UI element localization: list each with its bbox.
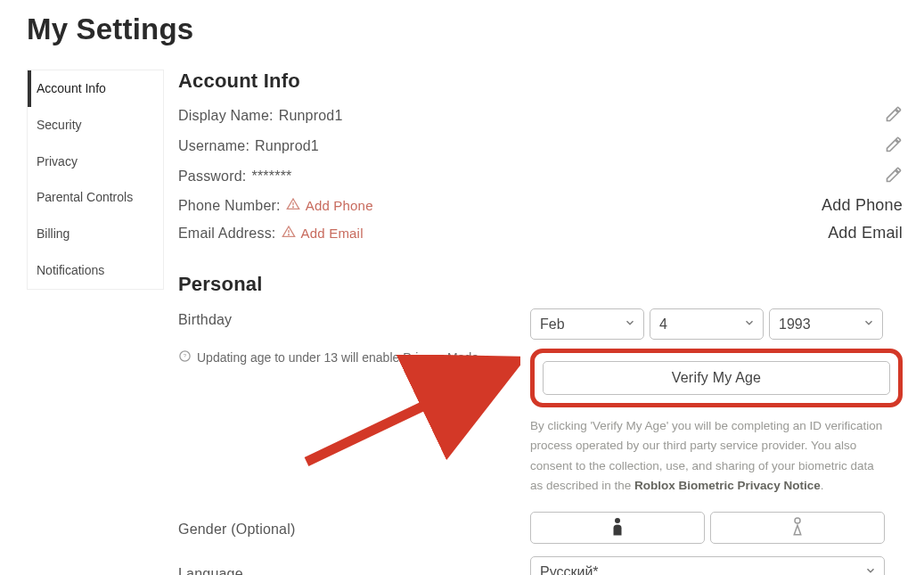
gender-row: Gender (Optional)	[178, 512, 903, 544]
password-label: Password:	[178, 168, 247, 185]
birthday-day-select[interactable]: 4	[650, 308, 764, 340]
username-row: Username: Runprod1	[178, 136, 903, 157]
personal-heading: Personal	[178, 273, 903, 296]
birthday-selects: Feb 4 1993	[530, 308, 903, 340]
birthday-year-select[interactable]: 1993	[769, 308, 883, 340]
birthday-row: Birthday ? Updating age to under 13 will…	[178, 308, 903, 496]
username-value: Runprod1	[255, 138, 319, 154]
display-name-label: Display Name:	[178, 108, 274, 124]
password-value: *******	[252, 168, 292, 185]
sidebar-item-parental-controls[interactable]: Parental Controls	[28, 179, 163, 216]
sidebar-item-privacy[interactable]: Privacy	[28, 144, 163, 180]
sidebar-item-security[interactable]: Security	[28, 107, 163, 144]
sidebar-item-account-info[interactable]: Account Info	[28, 70, 163, 107]
svg-point-3	[288, 234, 289, 235]
female-icon	[789, 516, 805, 539]
edit-password-icon[interactable]	[885, 166, 903, 187]
gender-female-button[interactable]	[710, 512, 885, 544]
birthday-day-value: 4	[659, 316, 667, 333]
male-icon	[609, 516, 626, 539]
gender-male-button[interactable]	[530, 512, 705, 544]
add-phone-link-text: Add Phone	[306, 198, 373, 213]
birthday-right-column: Feb 4 1993	[530, 308, 903, 496]
verify-age-highlight: Verify My Age	[530, 349, 903, 407]
main-content: Account Info Display Name: Runprod1 User…	[164, 70, 924, 575]
add-email-link-text: Add Email	[301, 226, 364, 241]
svg-point-7	[795, 518, 800, 523]
add-phone-link[interactable]: Add Phone	[286, 197, 373, 214]
verify-my-age-button[interactable]: Verify My Age	[543, 361, 890, 395]
email-row: Email Address: Add Email Add Email	[178, 224, 903, 242]
account-info-heading: Account Info	[178, 70, 903, 93]
chevron-down-icon	[863, 316, 875, 333]
display-name-value: Runprod1	[279, 108, 343, 124]
gender-label: Gender (Optional)	[178, 518, 530, 538]
gender-buttons	[530, 512, 885, 544]
svg-point-1	[292, 207, 293, 208]
language-row: Language Русский*	[178, 556, 903, 575]
add-email-link[interactable]: Add Email	[282, 225, 364, 242]
settings-sidebar: Account Info Security Privacy Parental C…	[27, 70, 164, 290]
username-label: Username:	[178, 138, 249, 154]
chevron-down-icon	[624, 316, 636, 333]
password-row: Password: *******	[178, 166, 903, 187]
svg-point-6	[615, 518, 620, 523]
page-title: My Settings	[27, 12, 924, 46]
warning-icon	[286, 197, 300, 214]
phone-label: Phone Number:	[178, 198, 281, 214]
language-value: Русский*	[540, 564, 599, 575]
svg-text:?: ?	[184, 352, 187, 358]
disclaimer-part2: .	[821, 479, 824, 492]
edit-display-name-icon[interactable]	[885, 105, 903, 127]
birthday-label: Birthday	[178, 308, 530, 328]
birthday-year-value: 1993	[779, 316, 811, 333]
age-notice-text: Updating age to under 13 will enable Pri…	[197, 350, 482, 365]
chevron-down-icon	[864, 564, 877, 575]
add-email-button[interactable]: Add Email	[828, 224, 903, 242]
sidebar-item-billing[interactable]: Billing	[28, 216, 163, 252]
sidebar-item-notifications[interactable]: Notifications	[28, 252, 163, 289]
verify-disclaimer: By clicking 'Verify My Age' you will be …	[530, 416, 885, 496]
display-name-row: Display Name: Runprod1	[178, 105, 903, 127]
warning-icon	[282, 225, 296, 242]
language-select[interactable]: Русский*	[530, 556, 885, 575]
edit-username-icon[interactable]	[885, 136, 903, 157]
age-notice: ? Updating age to under 13 will enable P…	[178, 349, 530, 366]
chevron-down-icon	[743, 316, 756, 333]
email-label: Email Address:	[178, 226, 276, 242]
settings-layout: Account Info Security Privacy Parental C…	[0, 70, 924, 575]
birthday-month-select[interactable]: Feb	[530, 308, 644, 340]
phone-row: Phone Number: Add Phone Add Phone	[178, 196, 903, 215]
birthday-month-value: Feb	[540, 316, 565, 333]
info-icon: ?	[178, 349, 192, 366]
language-label: Language	[178, 563, 530, 575]
biometric-privacy-notice-link[interactable]: Roblox Biometric Privacy Notice	[634, 479, 821, 492]
add-phone-button[interactable]: Add Phone	[822, 196, 903, 215]
